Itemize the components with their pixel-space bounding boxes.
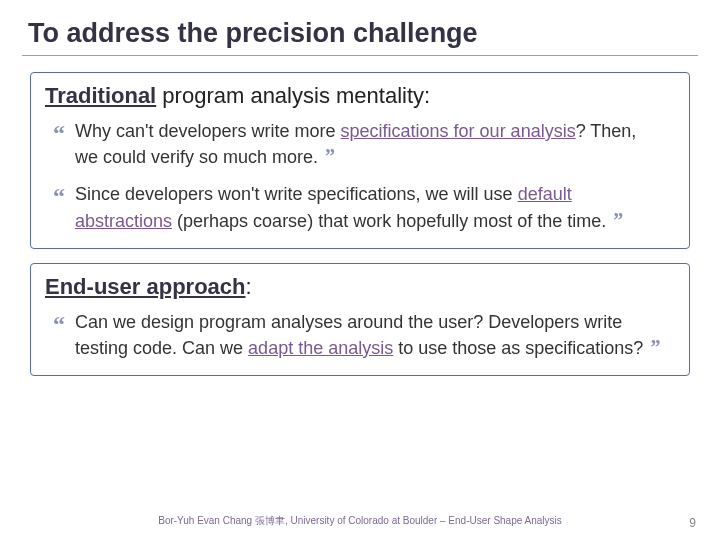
quote-text: Why can't developers write more xyxy=(75,121,341,141)
traditional-heading-rest: program analysis mentality: xyxy=(156,83,430,108)
enduser-heading-underlined: End-user approach xyxy=(45,274,245,299)
open-quote-icon: “ xyxy=(53,308,65,340)
quote-block: “ Since developers won't write specifica… xyxy=(53,182,675,233)
quote-text: (perhaps coarse) that work hopefully mos… xyxy=(172,211,606,231)
slide: To address the precision challenge Tradi… xyxy=(0,0,720,540)
quote-text: to use those as specifications? xyxy=(393,338,643,358)
open-quote-icon: “ xyxy=(53,117,65,149)
footer-text: Bor-Yuh Evan Chang 張博聿, University of Co… xyxy=(0,514,720,528)
traditional-heading: Traditional program analysis mentality: xyxy=(45,83,675,109)
enduser-box: End-user approach: “ Can we design progr… xyxy=(30,263,690,376)
traditional-box: Traditional program analysis mentality: … xyxy=(30,72,690,249)
enduser-heading-rest: : xyxy=(245,274,251,299)
title-underline xyxy=(22,55,698,56)
close-quote-icon: ” xyxy=(613,209,623,231)
traditional-heading-underlined: Traditional xyxy=(45,83,156,108)
page-number: 9 xyxy=(689,516,696,530)
open-quote-icon: “ xyxy=(53,180,65,212)
slide-title: To address the precision challenge xyxy=(28,18,692,49)
enduser-heading: End-user approach: xyxy=(45,274,675,300)
quote-emph: adapt the analysis xyxy=(248,338,393,358)
close-quote-icon: ” xyxy=(325,145,335,167)
quote-emph: specifications for our analysis xyxy=(341,121,576,141)
close-quote-icon: ” xyxy=(650,336,660,358)
quote-block: “ Why can't developers write more specif… xyxy=(53,119,675,170)
quote-text: Since developers won't write specificati… xyxy=(75,184,518,204)
quote-block: “ Can we design program analyses around … xyxy=(53,310,675,361)
